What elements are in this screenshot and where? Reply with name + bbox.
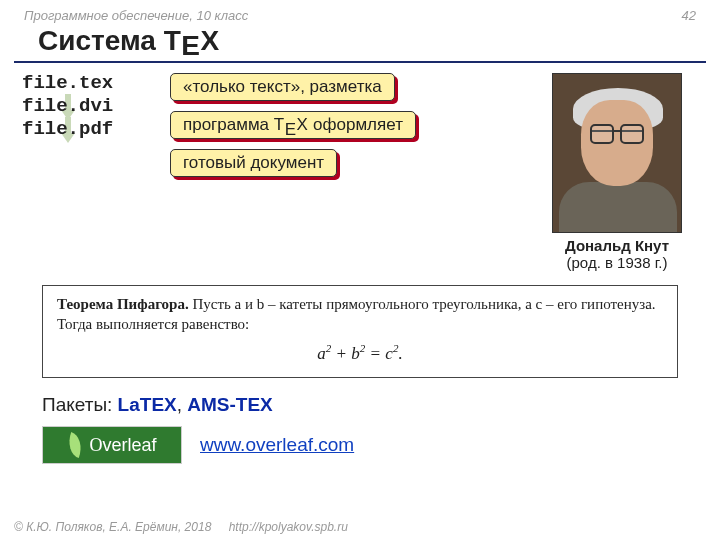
subject: Программное обеспечение, 10 класс: [24, 8, 248, 23]
theorem-formula: a2 + b2 = c2.: [57, 341, 663, 366]
portrait-block: Дональд Кнут (род. в 1938 г.): [536, 73, 698, 271]
portrait-name: Дональд Кнут: [565, 237, 669, 254]
packages-label: Пакеты:: [42, 394, 118, 415]
slide-header: Программное обеспечение, 10 класс 42: [0, 0, 720, 23]
theorem-title: Теорема Пифагора.: [57, 296, 189, 312]
tex-logo: TEX: [164, 25, 220, 61]
page-number: 42: [682, 8, 696, 23]
file-dvi: file.dvi: [22, 96, 142, 117]
footer-url: http://kpolyakov.spb.ru: [229, 520, 348, 534]
overleaf-logo-text: Overleaf: [89, 435, 156, 456]
portrait-sub: (род. в 1938 г.): [567, 254, 668, 271]
slide-title: Система TEX: [14, 23, 706, 63]
callout-tex-processes: программа TEX оформляет: [170, 111, 416, 139]
package-amstex: AMS-TEX: [187, 394, 273, 415]
package-latex: LaTEX: [118, 394, 177, 415]
file-pdf: file.pdf: [22, 119, 142, 140]
file-source: file.tex: [22, 73, 142, 94]
overleaf-logo: Overleaf: [42, 426, 182, 464]
slide-footer: © К.Ю. Поляков, Е.А. Ерёмин, 2018 http:/…: [0, 520, 720, 534]
callout-plaintext: «только текст», разметка: [170, 73, 395, 101]
callouts-column: «только текст», разметка программа TEX о…: [142, 73, 536, 187]
packages-line: Пакеты: LaTEX, AMS-TEX: [0, 390, 720, 420]
leaf-icon: [64, 432, 87, 458]
callout-ready-doc: готовый документ: [170, 149, 337, 177]
portrait-image: [552, 73, 682, 233]
portrait-caption: Дональд Кнут (род. в 1938 г.): [536, 237, 698, 271]
theorem-box: Теорема Пифагора. Пусть a и b – катеты п…: [42, 285, 678, 378]
copyright: © К.Ю. Поляков, Е.А. Ерёмин, 2018: [14, 520, 211, 534]
file-flow: file.tex file.dvi file.pdf: [22, 73, 142, 140]
overleaf-link[interactable]: www.overleaf.com: [200, 434, 354, 456]
